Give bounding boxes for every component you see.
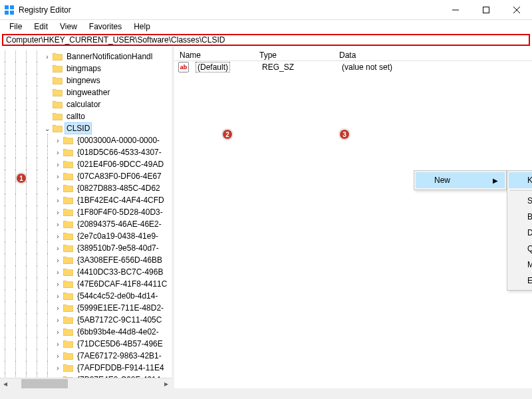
expand-icon[interactable]: › [53, 363, 63, 372]
folder-icon [63, 160, 73, 169]
expand-icon[interactable]: › [53, 327, 63, 336]
expand-icon[interactable]: › [53, 148, 63, 157]
value-type: REG_SZ [257, 63, 336, 72]
tree-item[interactable]: ›{2e7c0a19-0438-41e9- [0, 230, 172, 242]
expand-icon[interactable]: › [53, 219, 63, 229]
menu-view[interactable]: View [55, 21, 82, 33]
address-bar-container [0, 33, 532, 47]
tree-item[interactable]: ›{544c4c52-de0b-4d14- [0, 290, 172, 302]
tree-item[interactable]: ›{4410DC33-BC7C-496B [0, 266, 172, 278]
tree-item-clsid[interactable]: ⌄CLSID [0, 122, 172, 134]
maximize-button[interactable] [471, 0, 501, 20]
tree-label: {021E4F06-9DCC-49AD [76, 159, 165, 170]
expand-icon[interactable]: › [53, 255, 63, 265]
expand-icon[interactable]: › [53, 160, 63, 169]
collapse-icon[interactable]: ⌄ [43, 124, 52, 133]
tree-item[interactable]: ›{1BF42E4C-4AF4-4CFD [0, 194, 172, 206]
expand-icon[interactable]: › [53, 136, 63, 145]
folder-icon [63, 184, 73, 193]
minimize-button[interactable] [440, 0, 471, 20]
tree-item[interactable]: ›{021E4F06-9DCC-49AD [0, 158, 172, 170]
folder-icon [63, 363, 73, 372]
tree-item[interactable]: ›{20894375-46AE-46E2- [0, 218, 172, 230]
column-type[interactable]: Type [254, 49, 334, 61]
context-item[interactable]: Key [509, 172, 532, 188]
context-item-label: Expandable String Value [527, 276, 532, 285]
value-row[interactable]: ab (Default) REG_SZ (value not set) [174, 61, 532, 73]
tree-item[interactable]: ›{018D5C66-4533-4307- [0, 146, 172, 158]
tree-label: {5999E1EE-711E-48D2- [76, 303, 165, 313]
tree-item[interactable]: ›{389510b7-9e58-40d7- [0, 242, 172, 254]
tree-item[interactable]: ›{71DCE5D6-4B57-496E [0, 338, 172, 350]
folder-icon [63, 279, 73, 289]
context-item[interactable]: Expandable String Value [509, 273, 532, 289]
tree-item[interactable]: ›{7AE67172-9863-42B1- [0, 350, 172, 362]
tree-item[interactable]: ›{0827D883-485C-4D62 [0, 182, 172, 194]
svg-rect-0 [5, 5, 9, 9]
column-name[interactable]: Name [174, 49, 254, 61]
tree-label: bingweather [65, 87, 111, 98]
address-bar[interactable] [2, 34, 530, 46]
tree-label: callto [65, 111, 86, 122]
tree-item[interactable]: bingweather [0, 86, 172, 98]
tree-item[interactable]: ›{7AFDFDDB-F914-11E4 [0, 362, 172, 374]
menu-favorites[interactable]: Favorites [84, 21, 127, 33]
expand-icon[interactable]: › [43, 52, 52, 61]
expand-icon[interactable]: › [53, 339, 63, 348]
tree-item[interactable]: ›BannerNotificationHandl [0, 51, 172, 63]
expand-icon[interactable]: › [53, 184, 63, 193]
scroll-left-button[interactable]: ◂ [0, 378, 11, 389]
tree-horizontal-scrollbar[interactable]: ◂ ▸ [0, 378, 172, 388]
context-item[interactable]: DWORD (32-bit) Value [509, 225, 532, 241]
tree-item[interactable]: ›{6bb93b4e-44d8-4e02- [0, 326, 172, 338]
context-item-label: Multi-String Value [527, 260, 532, 269]
expand-icon[interactable]: › [53, 267, 63, 277]
values-pane: Name Type Data ab (Default) REG_SZ (valu… [174, 47, 532, 388]
tree-item[interactable]: calculator [0, 98, 172, 110]
status-bar [0, 388, 532, 399]
expand-icon[interactable]: › [53, 196, 63, 205]
tree-item[interactable]: bingnews [0, 74, 172, 86]
context-item[interactable]: QWORD (64-bit) Value [509, 241, 532, 257]
expand-icon[interactable]: › [53, 351, 63, 360]
tree-item[interactable]: ›{1F80F4F0-5D28-40D3- [0, 206, 172, 218]
menu-separator [510, 190, 532, 191]
close-button[interactable] [501, 0, 532, 20]
context-item-label: Key [527, 176, 532, 185]
tree-item[interactable]: bingmaps [0, 63, 172, 74]
expand-icon[interactable]: › [53, 315, 63, 325]
expand-icon[interactable]: › [53, 279, 63, 289]
folder-icon [63, 303, 73, 313]
expand-icon[interactable] [43, 88, 52, 97]
folder-icon [52, 64, 63, 73]
menu-file[interactable]: File [4, 21, 27, 33]
expand-icon[interactable] [43, 64, 52, 73]
tree-label: {7AFDFDDB-F914-11E4 [76, 362, 166, 373]
tree-item[interactable]: ›{3A308EFE-656D-46BB [0, 254, 172, 266]
context-item[interactable]: Multi-String Value [509, 257, 532, 273]
menu-help[interactable]: Help [128, 21, 156, 33]
expand-icon[interactable] [43, 76, 52, 85]
folder-icon [63, 291, 73, 301]
column-data[interactable]: Data [334, 49, 532, 61]
context-new[interactable]: New ▶ [416, 172, 505, 188]
menu-edit[interactable]: Edit [29, 21, 53, 33]
tree-item[interactable]: ›{0003000A-0000-0000- [0, 134, 172, 146]
expand-icon[interactable]: › [53, 243, 63, 253]
tree-item[interactable]: ›{5AB7172C-9C11-405C [0, 314, 172, 326]
expand-icon[interactable]: › [53, 291, 63, 301]
expand-icon[interactable]: › [53, 231, 63, 241]
folder-icon [52, 76, 63, 85]
expand-icon[interactable] [43, 100, 52, 109]
expand-icon[interactable]: › [53, 303, 63, 313]
tree-item[interactable]: callto [0, 110, 172, 122]
scroll-right-button[interactable]: ▸ [161, 378, 172, 389]
tree-item[interactable]: ›{5999E1EE-711E-48D2- [0, 302, 172, 314]
expand-icon[interactable]: › [53, 207, 63, 217]
expand-icon[interactable] [43, 112, 52, 121]
context-item[interactable]: String Value [509, 193, 532, 209]
tree-item[interactable]: ›{47E6DCAF-41F8-4411C [0, 278, 172, 290]
expand-icon[interactable]: › [53, 172, 63, 181]
scroll-thumb[interactable] [21, 379, 68, 388]
context-item[interactable]: Binary Value [509, 209, 532, 225]
